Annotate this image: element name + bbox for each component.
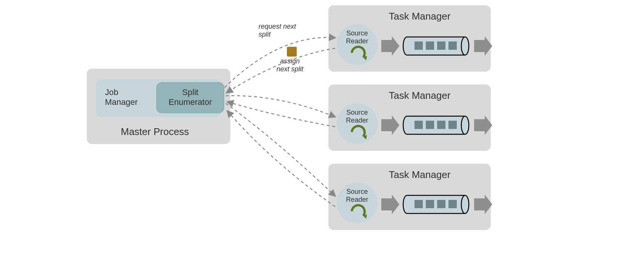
- master-process-label: Master Process: [121, 126, 189, 138]
- request-next-split-label: request next split: [259, 23, 296, 38]
- split-cube-icon: [287, 47, 297, 57]
- task-manager-title-0: Task Manager: [389, 11, 450, 22]
- arrow-assign-2: [227, 111, 335, 207]
- source-reader-label-1: Source Reader: [337, 109, 377, 124]
- task-manager-title-1: Task Manager: [389, 90, 450, 101]
- task-manager-title-2: Task Manager: [389, 169, 450, 181]
- arrow-request-2: [226, 103, 335, 196]
- job-manager-label: Job Manager: [105, 87, 138, 107]
- arrow-request-1: [226, 96, 335, 117]
- svg-rect-0: [287, 47, 297, 57]
- arrow-assign-1: [227, 102, 335, 127]
- source-reader-label-0: Source Reader: [337, 29, 377, 45]
- assign-next-split-label: assign next split: [271, 57, 309, 73]
- split-enumerator-label: Split Enumerator: [156, 87, 224, 107]
- source-reader-label-2: Source Reader: [337, 188, 377, 203]
